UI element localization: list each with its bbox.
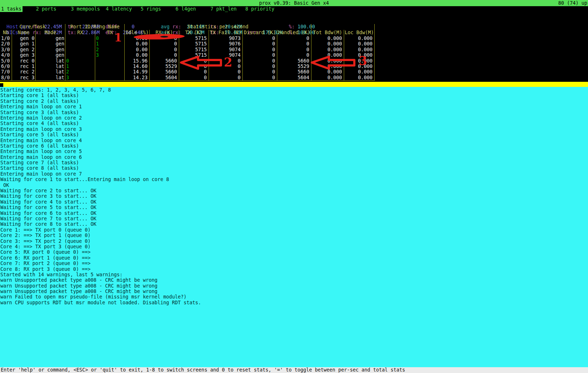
cell-tx-port [95,69,125,75]
cell-tx-port: 3 [95,52,125,58]
cell-idle: 14.23 [125,75,150,80]
cell-rx-k: 0 [150,36,179,41]
log-line: Starting core 4 (all tasks) [0,121,588,126]
screen-tab[interactable]: 3 mempools [70,6,105,12]
cell-loc-bdw: 0.000 [344,36,375,41]
cell-mode: gen [36,52,65,58]
tab-label: 5 rings [140,6,162,12]
cell-rx-port [65,41,95,47]
tab-label: 6 l4gen [174,6,197,12]
cell-mode: gen [36,41,65,47]
log-line: Waiting for core 3 to start... OK [0,193,588,199]
log-line: Waiting for core 6 to start... OK [0,210,588,216]
cell-tx-k: 5715 [179,47,209,52]
cell-idle: 0.00 [125,52,150,58]
cell-tx-k: 5715 [179,36,209,41]
cell-loc-bdw: 0.000 [344,41,375,47]
col-header-nb: Nb [0,30,12,36]
cell-mode: lat [36,69,65,75]
log-line: Starting core 1 (all tasks) [0,93,588,98]
log-line: Waiting for core 7 to start... OK [0,216,588,221]
log-line: Entering main loop on core 2 [0,115,588,121]
cell-idle: 14.60 [125,64,150,69]
table-row: 4/0 gen 3 gen 3 0.00 0 5715 9074 0 0 0.0… [0,52,375,58]
log-line: Core 5: RX port 0 (queue 0) ==> [0,249,588,255]
cell-tx-port: 1 [95,41,125,47]
log-line: warn CPU supports RDT but msr module not… [0,300,588,305]
log-line: Waiting for core 8 to start... OK [0,221,588,227]
cell-discard-k: 0 [243,47,277,52]
col-header-rx-k: RX (K) [150,30,179,36]
cell-handled-k: 5660 [277,69,311,75]
log-line: OK [0,183,588,188]
cell-name: gen 1 [12,41,36,47]
screen-tab[interactable]: 2 ports [35,6,70,12]
cell-tot-bdw: 0.000 [311,41,344,47]
screen-tab[interactable]: 4 latency [105,6,140,12]
col-header-discard: Discard (K) [243,30,277,36]
log-line: Starting core 6 (all tasks) [0,143,588,149]
group-header-core-task: Core/Task [0,24,65,30]
tab-label: 2 ports [35,6,57,12]
cell-handled-k: 5660 [277,58,311,64]
cell-nb: 4/0 [0,52,12,58]
log-line: Entering main loop on core 1 [0,104,588,109]
cell-loc-bdw: 0.000 [344,75,375,80]
col-header-handled: Handled (K) [277,30,311,36]
cell-rx-port [65,47,95,52]
screen-tab[interactable]: 5 rings [140,6,174,12]
cell-rx-port: 1 [65,64,95,69]
cell-rx-k: 5529 [150,64,179,69]
cell-rx-port: 3 [65,75,95,80]
cell-handled-k: 0 [277,36,311,41]
cell-tx-fail-k: 9074 [209,52,243,58]
log-line: warn Unsupported packet type a008 - CRC … [0,289,588,294]
tab-label: 7 pkt_len [209,6,238,12]
cell-discard-k: 0 [243,64,277,69]
cell-tx-k: 0 [179,58,209,64]
log-line: Core 1: ==> TX port 0 (queue 0) [0,227,588,233]
cell-nb: 3/0 [0,47,12,52]
cell-tx-port [95,64,125,69]
cell-rx-k: 0 [150,52,179,58]
col-header-mode: Mode [36,30,65,36]
cell-loc-bdw: 0.000 [344,47,375,52]
table-row: 7/0 rec 2 lat 2 14.99 5660 0 0 0 5660 0.… [0,69,375,75]
log-line: Entering main loop on core 5 [0,149,588,154]
cell-name: rec 0 [12,58,36,64]
cell-tx-fail-k: 9074 [209,47,243,52]
screen-tab[interactable]: 7 pkt_len [209,6,244,12]
cell-handled-k: 0 [277,52,311,58]
screen-tab[interactable]: 1 tasks [0,6,35,12]
cell-tx-fail-k: 0 [209,58,243,64]
cell-tx-k: 0 [179,69,209,75]
cell-rx-port: 0 [65,58,95,64]
screen-tab[interactable]: 6 l4gen [174,6,209,12]
cell-tot-bdw: 0.000 [311,52,344,58]
app-title: prox v0.39: Basic Gen x4 [259,0,329,6]
log-line: Waiting for core 1 to start...Entering m… [0,177,588,182]
col-header-tx-fail: TX Fail (K) [209,30,243,36]
log-line: Starting cores: 1, 2, 3, 4, 5, 6, 7, 8 [0,87,588,93]
cell-loc-bdw: 0.000 [344,52,375,58]
cell-name: rec 1 [12,64,36,69]
table-row: 6/0 rec 1 lat 1 14.60 5529 0 0 0 5529 0.… [0,64,375,69]
cell-tot-bdw: 0.000 [311,58,344,64]
command-bar[interactable] [0,82,588,87]
cell-tx-port: 0 [95,36,125,41]
cell-idle: 14.99 [125,69,150,75]
cell-rx-k: 0 [150,47,179,52]
screen-tab[interactable]: 8 priority [244,6,279,12]
uptime-indicator: 80 (74) up [558,0,587,6]
col-header-name: Name [12,30,36,36]
cell-rx-port: 2 [65,69,95,75]
cell-rx-port [65,36,95,41]
cell-nb: 5/0 [0,58,12,64]
cell-nb: 1/0 [0,36,12,41]
cell-tx-port [95,58,125,64]
log-line: Starting core 5 (all tasks) [0,132,588,137]
cell-loc-bdw: 0.000 [344,69,375,75]
cell-rx-k: 0 [150,41,179,47]
log-line: Core 8: RX port 3 (queue 0) ==> [0,266,588,272]
col-header-loc-bdw: Loc Bdw(M) [344,30,375,36]
